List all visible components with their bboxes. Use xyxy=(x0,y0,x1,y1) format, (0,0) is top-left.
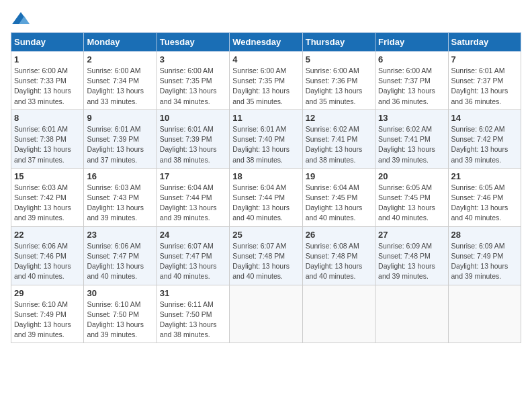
calendar-cell: 16Sunrise: 6:03 AM Sunset: 7:43 PM Dayli… xyxy=(84,168,157,226)
header-tuesday: Tuesday xyxy=(157,33,229,52)
day-number: 11 xyxy=(232,113,299,123)
calendar-cell xyxy=(448,285,521,343)
day-number: 28 xyxy=(451,230,518,240)
calendar-cell: 12Sunrise: 6:02 AM Sunset: 7:41 PM Dayli… xyxy=(302,109,375,168)
calendar-cell: 14Sunrise: 6:02 AM Sunset: 7:42 PM Dayli… xyxy=(448,109,521,168)
calendar-cell: 20Sunrise: 6:05 AM Sunset: 7:45 PM Dayli… xyxy=(375,168,448,226)
calendar-cell: 5Sunrise: 6:00 AM Sunset: 7:36 PM Daylig… xyxy=(302,52,375,110)
calendar-cell: 21Sunrise: 6:05 AM Sunset: 7:46 PM Dayli… xyxy=(448,168,521,226)
day-detail: Sunrise: 6:00 AM Sunset: 7:36 PM Dayligh… xyxy=(306,66,372,107)
header-thursday: Thursday xyxy=(302,33,375,52)
day-number: 16 xyxy=(87,171,153,181)
day-detail: Sunrise: 6:07 AM Sunset: 7:48 PM Dayligh… xyxy=(232,241,299,282)
calendar-body: 1Sunrise: 6:00 AM Sunset: 7:33 PM Daylig… xyxy=(11,52,521,343)
day-detail: Sunrise: 6:07 AM Sunset: 7:47 PM Dayligh… xyxy=(160,241,226,282)
day-number: 31 xyxy=(160,288,226,298)
calendar-cell: 9Sunrise: 6:01 AM Sunset: 7:39 PM Daylig… xyxy=(84,109,157,168)
day-detail: Sunrise: 6:06 AM Sunset: 7:46 PM Dayligh… xyxy=(14,241,81,282)
calendar-cell: 24Sunrise: 6:07 AM Sunset: 7:47 PM Dayli… xyxy=(157,226,229,285)
calendar-cell: 17Sunrise: 6:04 AM Sunset: 7:44 PM Dayli… xyxy=(157,168,229,226)
day-number: 23 xyxy=(87,230,153,240)
calendar-cell: 23Sunrise: 6:06 AM Sunset: 7:47 PM Dayli… xyxy=(84,226,157,285)
day-detail: Sunrise: 6:10 AM Sunset: 7:49 PM Dayligh… xyxy=(14,300,81,340)
calendar-cell: 29Sunrise: 6:10 AM Sunset: 7:49 PM Dayli… xyxy=(11,285,84,343)
calendar-week-2: 8Sunrise: 6:01 AM Sunset: 7:38 PM Daylig… xyxy=(11,109,521,168)
day-detail: Sunrise: 6:11 AM Sunset: 7:50 PM Dayligh… xyxy=(160,300,226,340)
calendar-cell xyxy=(230,285,302,343)
day-number: 13 xyxy=(378,113,445,123)
calendar-table: SundayMondayTuesdayWednesdayThursdayFrid… xyxy=(11,32,521,343)
calendar-cell: 28Sunrise: 6:09 AM Sunset: 7:49 PM Dayli… xyxy=(448,226,521,285)
day-detail: Sunrise: 6:03 AM Sunset: 7:42 PM Dayligh… xyxy=(14,183,81,224)
day-number: 25 xyxy=(232,230,299,240)
day-detail: Sunrise: 6:00 AM Sunset: 7:34 PM Dayligh… xyxy=(87,66,153,107)
day-number: 29 xyxy=(14,288,81,298)
calendar-week-3: 15Sunrise: 6:03 AM Sunset: 7:42 PM Dayli… xyxy=(11,168,521,226)
calendar-cell: 4Sunrise: 6:00 AM Sunset: 7:35 PM Daylig… xyxy=(230,52,302,110)
day-number: 17 xyxy=(160,171,226,181)
day-detail: Sunrise: 6:09 AM Sunset: 7:48 PM Dayligh… xyxy=(378,241,445,282)
day-number: 8 xyxy=(14,113,81,123)
calendar-cell: 25Sunrise: 6:07 AM Sunset: 7:48 PM Dayli… xyxy=(230,226,302,285)
calendar-cell: 18Sunrise: 6:04 AM Sunset: 7:44 PM Dayli… xyxy=(230,168,302,226)
day-number: 12 xyxy=(306,113,372,123)
day-detail: Sunrise: 6:02 AM Sunset: 7:41 PM Dayligh… xyxy=(306,124,372,165)
calendar-cell: 7Sunrise: 6:01 AM Sunset: 7:37 PM Daylig… xyxy=(448,52,521,110)
day-detail: Sunrise: 6:00 AM Sunset: 7:35 PM Dayligh… xyxy=(160,66,226,107)
day-number: 18 xyxy=(232,171,299,181)
day-number: 26 xyxy=(306,230,372,240)
logo xyxy=(11,11,34,27)
day-number: 21 xyxy=(451,171,518,181)
calendar-cell: 10Sunrise: 6:01 AM Sunset: 7:39 PM Dayli… xyxy=(157,109,229,168)
calendar-cell: 26Sunrise: 6:08 AM Sunset: 7:48 PM Dayli… xyxy=(302,226,375,285)
day-detail: Sunrise: 6:05 AM Sunset: 7:45 PM Dayligh… xyxy=(378,183,445,224)
calendar-cell: 22Sunrise: 6:06 AM Sunset: 7:46 PM Dayli… xyxy=(11,226,84,285)
day-number: 9 xyxy=(87,113,153,123)
day-number: 30 xyxy=(87,288,153,298)
calendar-cell: 13Sunrise: 6:02 AM Sunset: 7:41 PM Dayli… xyxy=(375,109,448,168)
calendar-week-5: 29Sunrise: 6:10 AM Sunset: 7:49 PM Dayli… xyxy=(11,285,521,343)
day-detail: Sunrise: 6:02 AM Sunset: 7:41 PM Dayligh… xyxy=(378,124,445,165)
day-number: 4 xyxy=(232,54,299,64)
day-detail: Sunrise: 6:00 AM Sunset: 7:33 PM Dayligh… xyxy=(14,66,81,107)
header-friday: Friday xyxy=(375,33,448,52)
day-number: 22 xyxy=(14,230,81,240)
calendar-cell: 30Sunrise: 6:10 AM Sunset: 7:50 PM Dayli… xyxy=(84,285,157,343)
day-number: 14 xyxy=(451,113,518,123)
day-detail: Sunrise: 6:01 AM Sunset: 7:39 PM Dayligh… xyxy=(87,124,153,165)
day-number: 7 xyxy=(451,54,518,64)
day-detail: Sunrise: 6:00 AM Sunset: 7:37 PM Dayligh… xyxy=(378,66,445,107)
calendar-cell xyxy=(375,285,448,343)
header-monday: Monday xyxy=(84,33,157,52)
day-number: 6 xyxy=(378,54,445,64)
day-detail: Sunrise: 6:01 AM Sunset: 7:39 PM Dayligh… xyxy=(160,124,226,165)
day-detail: Sunrise: 6:04 AM Sunset: 7:44 PM Dayligh… xyxy=(232,183,299,224)
calendar-cell: 11Sunrise: 6:01 AM Sunset: 7:40 PM Dayli… xyxy=(230,109,302,168)
day-detail: Sunrise: 6:03 AM Sunset: 7:43 PM Dayligh… xyxy=(87,183,153,224)
day-detail: Sunrise: 6:01 AM Sunset: 7:40 PM Dayligh… xyxy=(232,124,299,165)
day-number: 1 xyxy=(14,54,81,64)
day-detail: Sunrise: 6:09 AM Sunset: 7:49 PM Dayligh… xyxy=(451,241,518,282)
calendar-week-1: 1Sunrise: 6:00 AM Sunset: 7:33 PM Daylig… xyxy=(11,52,521,110)
header-wednesday: Wednesday xyxy=(230,33,302,52)
calendar-cell: 27Sunrise: 6:09 AM Sunset: 7:48 PM Dayli… xyxy=(375,226,448,285)
day-detail: Sunrise: 6:10 AM Sunset: 7:50 PM Dayligh… xyxy=(87,300,153,340)
calendar-cell: 8Sunrise: 6:01 AM Sunset: 7:38 PM Daylig… xyxy=(11,109,84,168)
day-detail: Sunrise: 6:08 AM Sunset: 7:48 PM Dayligh… xyxy=(306,241,372,282)
day-detail: Sunrise: 6:01 AM Sunset: 7:38 PM Dayligh… xyxy=(14,124,81,165)
calendar-cell: 2Sunrise: 6:00 AM Sunset: 7:34 PM Daylig… xyxy=(84,52,157,110)
day-detail: Sunrise: 6:04 AM Sunset: 7:44 PM Dayligh… xyxy=(160,183,226,224)
day-number: 24 xyxy=(160,230,226,240)
calendar-cell: 31Sunrise: 6:11 AM Sunset: 7:50 PM Dayli… xyxy=(157,285,229,343)
day-number: 27 xyxy=(378,230,445,240)
header-saturday: Saturday xyxy=(448,33,521,52)
day-number: 3 xyxy=(160,54,226,64)
day-detail: Sunrise: 6:00 AM Sunset: 7:35 PM Dayligh… xyxy=(232,66,299,107)
calendar-week-4: 22Sunrise: 6:06 AM Sunset: 7:46 PM Dayli… xyxy=(11,226,521,285)
logo-icon xyxy=(11,11,31,27)
day-number: 15 xyxy=(14,171,81,181)
day-number: 5 xyxy=(306,54,372,64)
day-number: 10 xyxy=(160,113,226,123)
day-detail: Sunrise: 6:05 AM Sunset: 7:46 PM Dayligh… xyxy=(451,183,518,224)
calendar-cell: 15Sunrise: 6:03 AM Sunset: 7:42 PM Dayli… xyxy=(11,168,84,226)
